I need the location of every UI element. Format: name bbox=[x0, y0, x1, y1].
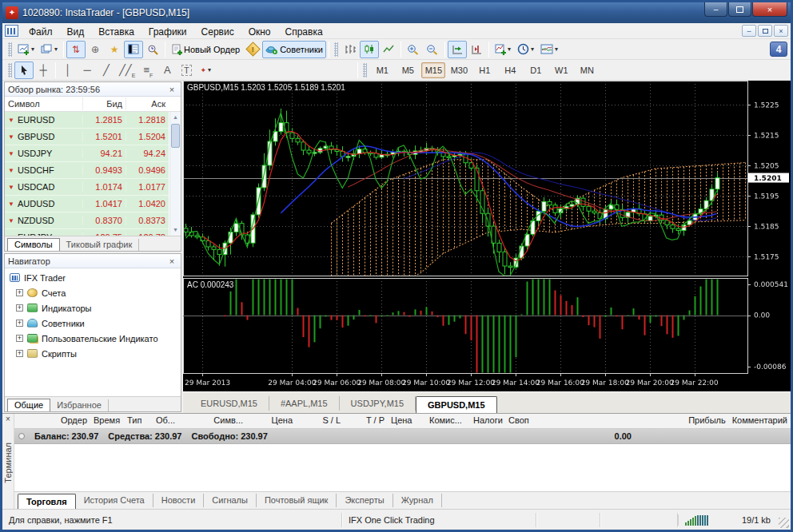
vertical-line-tool[interactable]: │ bbox=[58, 62, 78, 79]
market-watch-scrollbar[interactable]: ▲ ▼ bbox=[169, 112, 181, 236]
timeframe-button[interactable]: H4 bbox=[498, 62, 522, 78]
child-restore-button[interactable] bbox=[758, 25, 772, 37]
navigator-toggle[interactable]: ★ bbox=[105, 41, 124, 58]
zoom-out-button[interactable] bbox=[423, 41, 442, 58]
strategy-tester-button[interactable] bbox=[143, 41, 162, 58]
child-minimize-button[interactable]: – bbox=[742, 25, 756, 37]
menu-item[interactable]: Окно bbox=[241, 25, 278, 39]
terminal-column-header[interactable]: Цена bbox=[246, 414, 296, 428]
chart-shift-toggle[interactable] bbox=[467, 41, 486, 58]
symbol-column-header[interactable]: Символ bbox=[5, 97, 82, 110]
terminal-column-header[interactable]: Цена bbox=[388, 414, 426, 428]
ask-column-header[interactable]: Аск bbox=[126, 97, 169, 110]
navigator-item[interactable]: + Пользовательские Индикато bbox=[5, 331, 181, 346]
bar-chart-button[interactable] bbox=[341, 41, 360, 58]
market-watch-toggle[interactable]: ⇅ bbox=[66, 41, 86, 58]
trendline-tool[interactable]: ╱ bbox=[97, 62, 116, 79]
market-watch-title-bar[interactable]: Обзор рынка: 23:59:56 × bbox=[5, 82, 181, 97]
menu-item[interactable]: Графики bbox=[141, 25, 194, 39]
market-watch-tab[interactable]: Символы bbox=[7, 238, 60, 252]
menu-item[interactable]: Справка bbox=[278, 25, 330, 39]
market-watch-row[interactable]: ▼USDJPY 94.21 94.24 bbox=[5, 145, 169, 162]
timeframe-button[interactable]: M1 bbox=[370, 62, 394, 78]
label-tool[interactable]: T bbox=[177, 62, 196, 79]
terminal-column-header[interactable]: Тип bbox=[124, 414, 153, 428]
terminal-column-header[interactable]: Время bbox=[90, 414, 124, 428]
scroll-down-icon[interactable]: ▼ bbox=[170, 224, 181, 236]
timeframe-button[interactable]: W1 bbox=[549, 62, 573, 78]
terminal-column-header[interactable]: Комис... bbox=[426, 414, 470, 428]
terminal-tab[interactable]: Сигналы bbox=[204, 494, 257, 507]
terminal-tab[interactable]: История Счета bbox=[76, 494, 153, 507]
data-window-button[interactable]: ⊕ bbox=[86, 41, 105, 58]
navigator-item[interactable]: + Скрипты bbox=[5, 346, 181, 361]
expert-advisors-button[interactable]: Советники bbox=[262, 41, 326, 58]
terminal-column-header[interactable]: Прибыль bbox=[549, 414, 729, 428]
expand-icon[interactable]: + bbox=[16, 304, 23, 312]
expand-icon[interactable]: + bbox=[16, 320, 23, 327]
terminal-tab[interactable]: Эксперты bbox=[337, 494, 393, 507]
minimize-button[interactable]: – bbox=[704, 2, 727, 17]
terminal-close-icon[interactable]: × bbox=[6, 414, 10, 425]
timeframe-button[interactable]: M5 bbox=[396, 62, 420, 78]
scrollbar-thumb[interactable] bbox=[171, 124, 180, 148]
expand-icon[interactable]: + bbox=[16, 350, 23, 357]
chart-tab[interactable]: EURUSD,M15 bbox=[189, 396, 269, 411]
navigator-root-item[interactable]: IFX Trader bbox=[5, 270, 181, 285]
text-tool[interactable]: A bbox=[157, 62, 177, 79]
expand-icon[interactable]: + bbox=[16, 335, 23, 342]
crosshair-tool[interactable]: ┼ bbox=[34, 62, 53, 79]
bid-column-header[interactable]: Бид bbox=[82, 97, 126, 110]
terminal-column-header[interactable]: Об... bbox=[153, 414, 190, 428]
important-button[interactable]: ! bbox=[243, 41, 262, 58]
navigator-close-icon[interactable]: × bbox=[166, 256, 177, 266]
market-watch-tab[interactable]: Тиковый график bbox=[60, 239, 140, 251]
horizontal-line-tool[interactable]: ─ bbox=[78, 62, 97, 79]
toolbar-grip[interactable] bbox=[363, 63, 367, 77]
market-watch-row[interactable]: ▼USDCHF 0.9493 0.9496 bbox=[5, 162, 169, 179]
close-button[interactable]: × bbox=[752, 2, 787, 17]
channel-tool[interactable]: ╱╱E bbox=[116, 62, 138, 79]
menu-item[interactable]: Сервис bbox=[194, 25, 241, 39]
timeframe-button[interactable]: H1 bbox=[472, 62, 496, 78]
terminal-column-header[interactable]: Ордер bbox=[14, 414, 90, 428]
notifications-badge[interactable]: 4 bbox=[770, 42, 787, 57]
market-watch-row[interactable]: ▼EURJPY 120.75 120.78 bbox=[5, 229, 169, 236]
market-watch-row[interactable]: ▼AUDUSD 1.0417 1.0420 bbox=[5, 196, 169, 212]
navigator-item[interactable]: + Индикаторы bbox=[5, 300, 181, 316]
terminal-column-header[interactable]: S / L bbox=[296, 414, 344, 428]
shapes-dropdown[interactable]: ✦▾ bbox=[196, 62, 215, 79]
autoscroll-toggle[interactable] bbox=[448, 41, 467, 58]
market-watch-close-icon[interactable]: × bbox=[166, 85, 177, 94]
scroll-up-icon[interactable]: ▲ bbox=[170, 112, 181, 123]
navigator-tab[interactable]: Общие bbox=[7, 399, 50, 412]
terminal-tab[interactable]: Торговля bbox=[18, 494, 76, 509]
candlestick-button[interactable] bbox=[360, 41, 379, 58]
navigator-title-bar[interactable]: Навигатор × bbox=[5, 254, 181, 268]
child-close-button[interactable]: × bbox=[774, 25, 788, 37]
terminal-column-header[interactable]: Комментарий bbox=[729, 414, 791, 428]
market-watch-row[interactable]: ▼EURUSD 1.2815 1.2818 bbox=[5, 112, 169, 129]
menu-item[interactable]: Файл bbox=[22, 25, 60, 39]
cursor-tool[interactable] bbox=[14, 62, 34, 79]
menu-item[interactable]: Вставка bbox=[91, 25, 141, 39]
terminal-tab[interactable]: Журнал bbox=[393, 494, 442, 507]
terminal-tab[interactable]: Почтовый ящик bbox=[257, 494, 337, 507]
chart-tab[interactable]: #AAPL,M15 bbox=[269, 396, 340, 411]
timeframe-button[interactable]: M30 bbox=[447, 62, 471, 78]
title-bar[interactable]: ✦ 1020890: InstaTrader - [GBPUSD,M15] – … bbox=[2, 2, 791, 23]
terminal-toggle[interactable] bbox=[124, 41, 143, 58]
market-watch-row[interactable]: ▼GBPUSD 1.5201 1.5204 bbox=[5, 129, 169, 145]
toolbar-grip[interactable] bbox=[334, 42, 338, 57]
toolbar-grip[interactable] bbox=[8, 42, 12, 57]
new-chart-button[interactable]: ▾ bbox=[14, 41, 38, 58]
toolbar-grip[interactable] bbox=[8, 63, 12, 77]
market-watch-row[interactable]: ▼USDCAD 1.0174 1.0177 bbox=[5, 179, 169, 196]
terminal-column-header[interactable]: T / P bbox=[344, 414, 388, 428]
periods-button[interactable]: ▾ bbox=[514, 41, 537, 58]
menu-item[interactable]: Вид bbox=[60, 25, 92, 39]
profiles-button[interactable]: ▾ bbox=[38, 41, 61, 58]
balance-row[interactable]: Баланс: 230.97 Средства: 230.97 Свободно… bbox=[14, 429, 791, 444]
timeframe-button[interactable]: M15 bbox=[421, 62, 445, 78]
zoom-in-button[interactable] bbox=[404, 41, 423, 58]
